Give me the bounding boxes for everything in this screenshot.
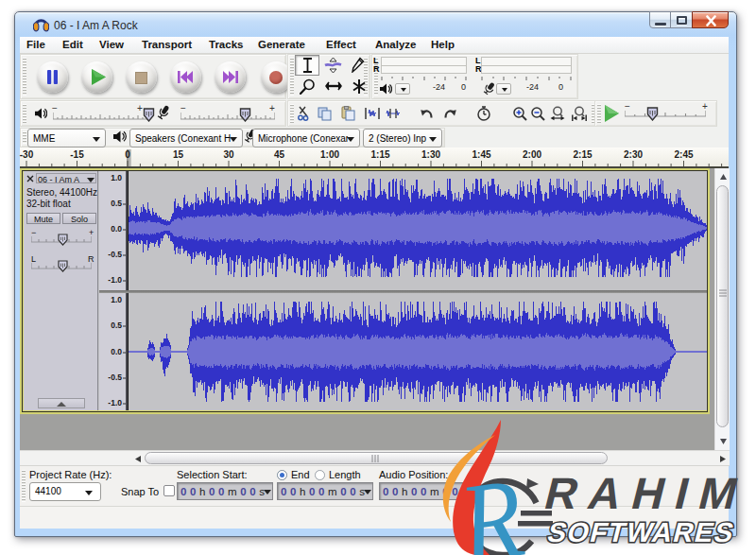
- svg-text:R: R: [452, 454, 530, 555]
